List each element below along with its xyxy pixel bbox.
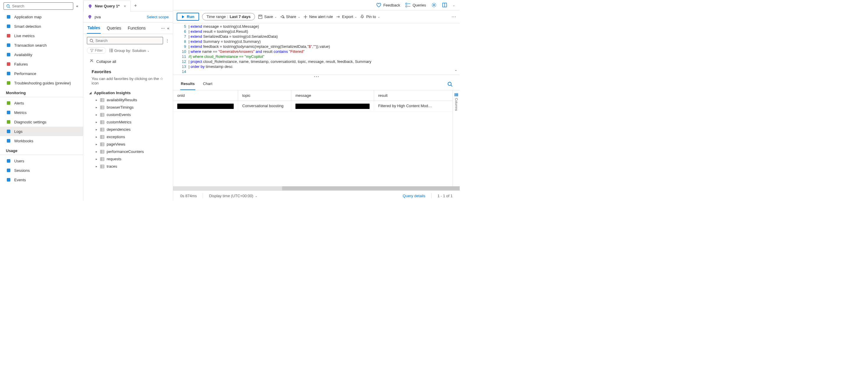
chevron-down-icon: ⌄: [147, 49, 150, 52]
svg-point-75: [433, 4, 435, 6]
collapse-sidebar-icon[interactable]: «: [75, 3, 80, 9]
column-header[interactable]: message: [291, 90, 374, 101]
time-range-pill[interactable]: Time range : Last 7 days: [202, 13, 255, 21]
query-tab[interactable]: New Query 1* ×: [83, 0, 131, 11]
filter-pill[interactable]: Filter: [87, 47, 106, 54]
run-button[interactable]: Run: [177, 13, 199, 21]
table-item-traces[interactable]: ▸traces: [89, 163, 167, 170]
table-row[interactable]: Conversational boosting Filtered by High…: [173, 101, 460, 112]
table-item-browserTimings[interactable]: ▸browserTimings: [89, 104, 167, 111]
nav-item-smart-detection[interactable]: Smart detection: [0, 22, 83, 31]
nav-item-users[interactable]: Users: [0, 156, 83, 166]
nav-item-troubleshooting-guides-preview-[interactable]: Troubleshooting guides (preview): [0, 78, 83, 88]
results-tab-results[interactable]: Results: [180, 78, 195, 90]
collapse-panel-icon[interactable]: «: [167, 26, 169, 30]
tree-group-header[interactable]: ◢ Application Insights: [89, 90, 167, 96]
tables-search[interactable]: [87, 37, 163, 44]
panel-tab-queries[interactable]: Queries: [106, 23, 122, 33]
book-icon[interactable]: [442, 2, 447, 8]
query-tab-title: New Query 1*: [95, 4, 120, 8]
sidebar-search-input[interactable]: [12, 4, 71, 8]
save-button[interactable]: Save ⌄: [258, 14, 277, 19]
select-scope-link[interactable]: Select scope: [147, 15, 169, 19]
nav-item-events[interactable]: Events: [0, 175, 83, 184]
svg-rect-79: [259, 15, 261, 16]
more-icon[interactable]: ⋯: [161, 26, 165, 30]
gear-icon[interactable]: [431, 2, 437, 8]
nav-item-workbooks[interactable]: Workbooks: [0, 136, 83, 145]
nav-item-logs[interactable]: Logs: [0, 127, 83, 136]
panel-tab-functions[interactable]: Functions: [127, 23, 146, 33]
nav-group-header: Usage: [0, 145, 83, 155]
svg-rect-4: [7, 34, 10, 37]
results-search-icon[interactable]: [447, 81, 453, 87]
appmap-icon: [6, 14, 11, 20]
svg-rect-26: [109, 50, 110, 51]
close-tab-icon[interactable]: ×: [124, 4, 126, 8]
table-item-dependencies[interactable]: ▸dependencies: [89, 126, 167, 133]
table-item-customMetrics[interactable]: ▸customMetrics: [89, 118, 167, 126]
more-actions-icon[interactable]: ⋯: [452, 14, 456, 20]
chevron-down-icon[interactable]: ⌄: [453, 4, 455, 7]
table-icon: [100, 113, 104, 117]
table-icon: [100, 135, 104, 139]
svg-rect-27: [111, 50, 113, 51]
redacted-cell: [177, 104, 234, 109]
caret-right-icon: ▸: [96, 98, 97, 102]
live-icon: [6, 33, 11, 38]
pin-button[interactable]: Pin to ⌄: [360, 14, 380, 19]
query-editor[interactable]: 567891011121314 | extend message = tostr…: [173, 23, 460, 75]
caret-down-icon: ◢: [89, 91, 92, 95]
column-header[interactable]: onId: [173, 90, 238, 101]
nav-item-metrics[interactable]: Metrics: [0, 108, 83, 117]
new-alert-button[interactable]: New alert rule: [303, 14, 333, 19]
nav-item-application-map[interactable]: Application map: [0, 12, 83, 22]
nav-item-transaction-search[interactable]: Transaction search: [0, 40, 83, 50]
horizontal-scrollbar[interactable]: [173, 186, 460, 190]
collapse-all-button[interactable]: Collapse all: [83, 57, 173, 66]
plus-icon: [303, 14, 308, 19]
queries-button[interactable]: Queries: [405, 2, 426, 8]
query-details-link[interactable]: Query details: [403, 194, 426, 198]
column-header[interactable]: topic: [238, 90, 291, 101]
column-header[interactable]: result: [374, 90, 460, 101]
code-area[interactable]: | extend message = tostring(cd.Message)|…: [188, 23, 460, 75]
share-button[interactable]: Share ⌄: [280, 14, 300, 19]
table-item-customEvents[interactable]: ▸customEvents: [89, 111, 167, 118]
svg-rect-59: [100, 150, 104, 153]
expand-editor-icon[interactable]: ⌃: [454, 69, 457, 73]
feedback-button[interactable]: Feedback: [376, 2, 400, 8]
svg-rect-24: [109, 49, 110, 49]
results-tab-chart[interactable]: Chart: [203, 78, 213, 90]
table-item-performanceCounters[interactable]: ▸performanceCounters: [89, 148, 167, 155]
table-item-pageViews[interactable]: ▸pageViews: [89, 141, 167, 148]
nav-item-sessions[interactable]: Sessions: [0, 166, 83, 175]
nav-item-failures[interactable]: Failures: [0, 59, 83, 69]
table-item-availabilityResults[interactable]: ▸availabilityResults: [89, 96, 167, 104]
panel-tab-tables[interactable]: Tables: [87, 23, 101, 34]
results-grid: onId topic message result Conversational…: [173, 90, 460, 186]
new-tab-button[interactable]: +: [131, 0, 140, 11]
export-button[interactable]: Export ⌄: [336, 14, 357, 19]
left-sidebar: « Application mapSmart detectionLive met…: [0, 0, 83, 201]
search-more-icon[interactable]: ⋮: [165, 38, 169, 43]
table-item-exceptions[interactable]: ▸exceptions: [89, 133, 167, 141]
group-by-dropdown[interactable]: Group by: Solution ⌄: [109, 48, 150, 53]
nav-item-availability[interactable]: Availability: [0, 50, 83, 59]
nav-item-performance[interactable]: Performance: [0, 69, 83, 78]
sidebar-search[interactable]: [4, 2, 73, 10]
svg-rect-16: [7, 169, 10, 172]
tables-search-input[interactable]: [95, 38, 160, 43]
columns-rail[interactable]: Columns: [453, 90, 460, 186]
caret-right-icon: ▸: [96, 128, 97, 131]
table-item-requests[interactable]: ▸requests: [89, 155, 167, 163]
svg-rect-9: [7, 81, 10, 85]
display-time-dropdown[interactable]: Display time (UTC+00:00) ⌄: [209, 194, 257, 198]
nav-item-diagnostic-settings[interactable]: Diagnostic settings: [0, 117, 83, 127]
cell-topic: Conversational boosting: [238, 101, 291, 112]
resize-handle[interactable]: • • •: [173, 75, 460, 78]
svg-rect-71: [406, 3, 407, 4]
nav-item-alerts[interactable]: Alerts: [0, 98, 83, 108]
nav-item-live-metrics[interactable]: Live metrics: [0, 31, 83, 40]
svg-rect-78: [258, 15, 262, 19]
